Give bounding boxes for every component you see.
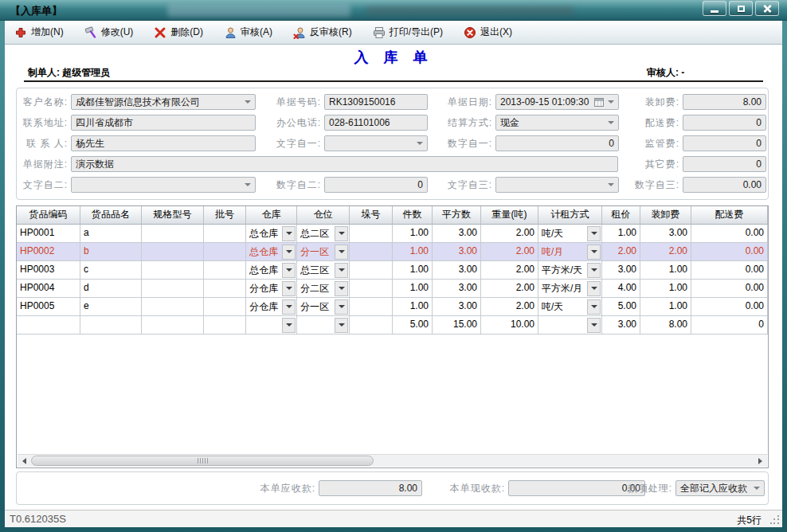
scroll-right-button[interactable] bbox=[754, 455, 767, 467]
chevron-down-icon[interactable] bbox=[608, 121, 614, 124]
cell-slot[interactable]: 分二区 bbox=[297, 280, 350, 298]
chevron-down-icon[interactable] bbox=[282, 226, 296, 241]
address-input[interactable]: 四川省成都市 bbox=[71, 115, 256, 131]
cell-slot[interactable]: 总三区 bbox=[297, 261, 350, 280]
payment-handling-select[interactable]: 全部记入应收款 bbox=[675, 480, 765, 496]
settlement-select[interactable]: 现金 bbox=[495, 115, 619, 131]
chevron-down-icon[interactable] bbox=[282, 318, 296, 333]
chevron-down-icon[interactable] bbox=[335, 318, 348, 333]
scrollbar-thumb[interactable] bbox=[31, 456, 374, 466]
column-header-slot[interactable]: 仓位 bbox=[297, 206, 350, 225]
table-row[interactable]: HP0005e分仓库分一区1.003.002.00吨/天5.001.000.00 bbox=[17, 298, 768, 316]
calendar-icon[interactable] bbox=[594, 98, 604, 107]
phone-input[interactable]: 028-61101006 bbox=[324, 115, 428, 131]
cell-rent[interactable]: 平方米/月 bbox=[538, 280, 602, 298]
cell-warehouse[interactable]: 分仓库 bbox=[246, 298, 297, 316]
horizontal-scrollbar[interactable] bbox=[18, 454, 767, 467]
cell-warehouse[interactable]: 分仓库 bbox=[246, 280, 297, 298]
chevron-down-icon[interactable] bbox=[587, 299, 601, 315]
column-header-pile[interactable]: 垛号 bbox=[350, 206, 393, 225]
chevron-down-icon[interactable] bbox=[282, 281, 296, 296]
goods-grid[interactable]: 货品编码货品品名规格型号批号仓库仓位垛号件数平方数重量(吨)计租方式租价装卸费配… bbox=[16, 205, 769, 468]
chevron-down-icon[interactable] bbox=[335, 263, 348, 278]
chevron-down-icon[interactable] bbox=[335, 299, 348, 315]
cell-warehouse[interactable] bbox=[246, 316, 297, 334]
exit-button[interactable]: 退出(X) bbox=[464, 25, 512, 39]
chevron-down-icon[interactable] bbox=[587, 226, 601, 241]
cell-rent[interactable]: 平方米/天 bbox=[538, 261, 602, 280]
chevron-down-icon[interactable] bbox=[754, 487, 760, 490]
chevron-down-icon[interactable] bbox=[245, 100, 251, 104]
chevron-down-icon[interactable] bbox=[608, 100, 614, 104]
column-header-batch[interactable]: 批号 bbox=[204, 206, 246, 225]
minimize-button[interactable] bbox=[703, 1, 726, 16]
cell-slot[interactable]: 总二区 bbox=[297, 225, 350, 243]
num3-input[interactable]: 0.00 bbox=[683, 177, 766, 193]
note-input[interactable]: 演示数据 bbox=[71, 156, 618, 172]
column-header-delivery[interactable]: 配送费 bbox=[691, 206, 768, 225]
titlebar[interactable]: 【入库单】 bbox=[0, 0, 787, 21]
audit-button[interactable]: 审核(A) bbox=[224, 25, 272, 39]
text1-select[interactable] bbox=[324, 135, 428, 151]
delete-button[interactable]: 删除(D) bbox=[154, 25, 203, 39]
other-fee-input[interactable]: 0 bbox=[683, 156, 766, 172]
column-header-spec[interactable]: 规格型号 bbox=[142, 206, 204, 225]
column-header-sqm[interactable]: 平方数 bbox=[433, 206, 481, 225]
receivable-input[interactable]: 8.00 bbox=[319, 480, 422, 496]
cell-warehouse[interactable]: 总仓库 bbox=[246, 225, 297, 243]
cell-rent[interactable]: 吨/天 bbox=[538, 225, 602, 243]
num1-input[interactable]: 0 bbox=[495, 135, 619, 151]
cell-slot[interactable] bbox=[297, 316, 350, 334]
table-row[interactable]: HP0002b总仓库分一区1.003.002.00吨/月2.002.000.00 bbox=[17, 243, 768, 261]
chevron-down-icon[interactable] bbox=[417, 142, 423, 145]
supervision-fee-input[interactable]: 0 bbox=[683, 135, 766, 151]
chevron-down-icon[interactable] bbox=[587, 318, 601, 333]
column-header-handling[interactable]: 装卸费 bbox=[640, 206, 691, 225]
close-button[interactable] bbox=[755, 1, 779, 16]
chevron-down-icon[interactable] bbox=[282, 244, 296, 260]
column-header-code[interactable]: 货品编码 bbox=[17, 206, 80, 225]
cell-rent[interactable]: 吨/月 bbox=[538, 243, 602, 261]
chevron-down-icon[interactable] bbox=[587, 263, 601, 278]
summary-row[interactable]: 5.0015.0010.003.008.000 bbox=[17, 316, 768, 334]
table-row[interactable]: HP0001a总仓库总二区1.003.002.00吨/天1.003.000.00 bbox=[17, 225, 768, 243]
table-row[interactable]: HP0003c总仓库总三区1.003.002.00平方米/天3.001.000.… bbox=[17, 261, 768, 280]
customer-select[interactable]: 成都佳智源信息技术有限公司 bbox=[71, 94, 256, 110]
text3-select[interactable] bbox=[495, 177, 619, 193]
delivery-fee-input[interactable]: 0 bbox=[683, 115, 766, 131]
column-header-price[interactable]: 租价 bbox=[602, 206, 640, 225]
chevron-down-icon[interactable] bbox=[282, 299, 296, 315]
table-row[interactable]: HP0004d分仓库分二区1.003.002.00平方米/月4.001.000.… bbox=[17, 280, 768, 298]
chevron-down-icon[interactable] bbox=[335, 226, 348, 241]
add-button[interactable]: 增加(N) bbox=[14, 25, 64, 39]
chevron-down-icon[interactable] bbox=[587, 281, 601, 296]
contact-input[interactable]: 杨先生 bbox=[71, 135, 256, 151]
scroll-left-button[interactable] bbox=[18, 455, 31, 467]
column-header-weight[interactable]: 重量(吨) bbox=[481, 206, 538, 225]
cell-warehouse[interactable]: 总仓库 bbox=[246, 261, 297, 280]
cell-slot[interactable]: 分一区 bbox=[297, 243, 350, 261]
chevron-down-icon[interactable] bbox=[282, 263, 296, 278]
handling-fee-input[interactable]: 8.00 bbox=[683, 94, 766, 110]
chevron-down-icon[interactable] bbox=[335, 244, 348, 260]
num2-input[interactable]: 0 bbox=[324, 177, 428, 193]
cell-warehouse[interactable]: 总仓库 bbox=[246, 243, 297, 261]
maximize-button[interactable] bbox=[729, 1, 753, 16]
chevron-down-icon[interactable] bbox=[587, 244, 601, 260]
cell-slot[interactable]: 分一区 bbox=[297, 298, 350, 316]
column-header-name[interactable]: 货品品名 bbox=[80, 206, 142, 225]
cell-rent[interactable] bbox=[538, 316, 602, 334]
column-header-warehouse[interactable]: 仓库 bbox=[246, 206, 297, 225]
cell-rent[interactable]: 吨/天 bbox=[538, 298, 602, 316]
doc-date-picker[interactable]: 2013-09-15 01:09:30 bbox=[495, 94, 619, 110]
chevron-down-icon[interactable] bbox=[608, 183, 614, 186]
unaudit-button[interactable]: 反审核(R) bbox=[293, 25, 352, 39]
column-header-qty[interactable]: 件数 bbox=[393, 206, 433, 225]
column-header-rent[interactable]: 计租方式 bbox=[538, 206, 602, 225]
chevron-down-icon[interactable] bbox=[335, 281, 348, 296]
chevron-down-icon[interactable] bbox=[245, 183, 251, 186]
print-export-button[interactable]: 打印/导出(P) bbox=[373, 25, 443, 39]
edit-button[interactable]: 修改(U) bbox=[84, 25, 134, 39]
doc-no-input[interactable]: RK1309150016 bbox=[324, 94, 428, 110]
text2-select[interactable] bbox=[71, 177, 256, 193]
